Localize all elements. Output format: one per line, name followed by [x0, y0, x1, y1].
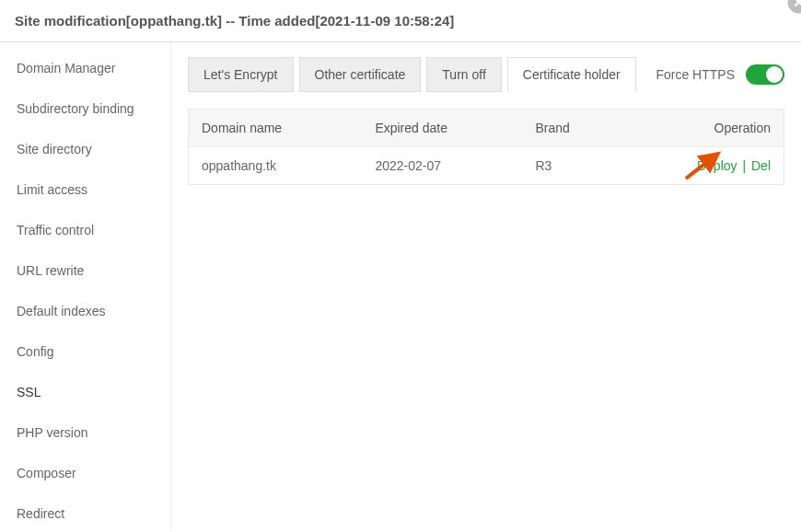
sidebar-item-label: Redirect [17, 506, 64, 521]
tab-lets-encrypt[interactable]: Let's Encrypt [188, 57, 294, 92]
tabs-row: Let's Encrypt Other certificate Turn off… [188, 57, 784, 92]
modal-header: Site modification[oppathang.tk] -- Time … [0, 0, 801, 42]
force-https-control: Force HTTPS [656, 64, 784, 85]
force-https-label: Force HTTPS [656, 67, 735, 82]
sidebar-item-limit-access[interactable]: Limit access [0, 169, 170, 210]
sidebar-item-domain-manager[interactable]: Domain Manager [0, 48, 170, 88]
modal-body: Domain Manager Subdirectory binding Site… [0, 42, 801, 530]
sidebar-item-php-version[interactable]: PHP version [0, 412, 170, 453]
force-https-toggle[interactable] [746, 64, 784, 85]
table-row: oppathang.tk 2022-02-07 R3 Deploy | Del [189, 147, 784, 185]
sidebar-item-config[interactable]: Config [0, 331, 170, 372]
sidebar-item-label: Subdirectory binding [17, 101, 134, 116]
del-link[interactable]: Del [751, 158, 771, 173]
main-panel: Let's Encrypt Other certificate Turn off… [171, 42, 801, 530]
cell-brand: R3 [522, 147, 621, 185]
tab-other-certificate[interactable]: Other certificate [299, 57, 422, 92]
close-button[interactable]: ✕ [788, 0, 801, 13]
col-operation: Operation [621, 110, 784, 147]
col-expired-date: Expired date [362, 110, 522, 147]
sidebar-item-label: Domain Manager [17, 61, 115, 75]
col-domain-name: Domain name [189, 110, 363, 147]
sidebar-item-label: PHP version [17, 425, 88, 440]
tab-turn-off[interactable]: Turn off [426, 57, 501, 92]
sidebar-item-url-rewrite[interactable]: URL rewrite [0, 250, 170, 291]
sidebar-item-label: SSL [17, 385, 41, 399]
cell-expired: 2022-02-07 [362, 147, 522, 185]
sidebar-item-label: Config [17, 344, 53, 359]
table-header-row: Domain name Expired date Brand Operation [189, 110, 784, 147]
sidebar-item-label: URL rewrite [17, 263, 84, 278]
tab-certificate-holder[interactable]: Certificate holder [507, 57, 636, 92]
sidebar-item-composer[interactable]: Composer [0, 453, 170, 493]
modal-title: Site modification[oppathang.tk] -- Time … [15, 13, 454, 29]
sidebar-item-traffic-control[interactable]: Traffic control [0, 210, 170, 250]
sidebar-item-default-indexes[interactable]: Default indexes [0, 291, 170, 331]
col-brand: Brand [522, 110, 621, 147]
sidebar-item-label: Default indexes [17, 304, 106, 318]
sidebar-item-redirect[interactable]: Redirect [0, 493, 170, 532]
cell-operation: Deploy | Del [621, 147, 784, 185]
close-icon: ✕ [793, 0, 801, 11]
sidebar-item-site-directory[interactable]: Site directory [0, 129, 170, 169]
sidebar-item-label: Composer [17, 466, 76, 480]
deploy-link[interactable]: Deploy [697, 158, 737, 173]
sidebar-item-subdirectory-binding[interactable]: Subdirectory binding [0, 88, 170, 129]
cell-domain: oppathang.tk [189, 147, 363, 185]
sidebar: Domain Manager Subdirectory binding Site… [0, 42, 171, 530]
action-separator: | [742, 158, 746, 173]
sidebar-item-label: Traffic control [17, 223, 94, 237]
sidebar-item-label: Limit access [17, 182, 87, 197]
sidebar-item-ssl[interactable]: SSL [0, 372, 170, 412]
certificate-table: Domain name Expired date Brand Operation… [188, 109, 784, 185]
sidebar-item-label: Site directory [17, 142, 92, 156]
